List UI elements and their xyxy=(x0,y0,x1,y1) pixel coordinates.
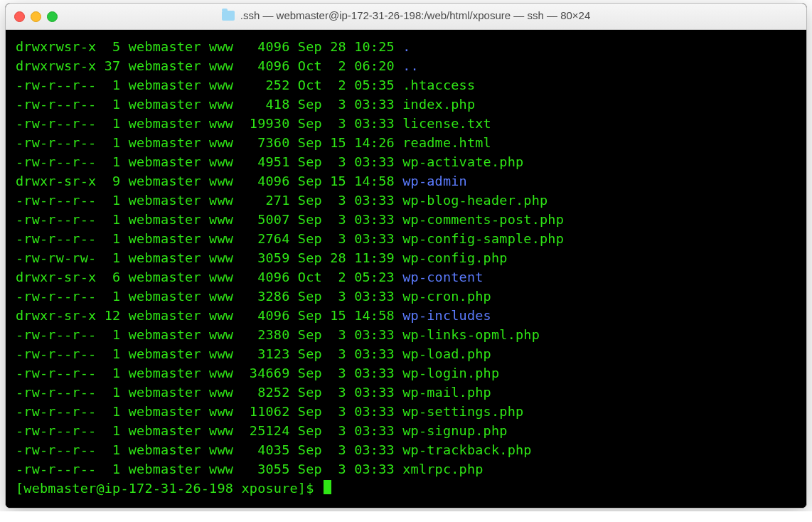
file-meta: -rw-r--r-- 1 webmaster www 5007 Sep 3 03… xyxy=(16,212,402,227)
list-row: drwxrwsr-x 5 webmaster www 4096 Sep 28 1… xyxy=(16,37,796,56)
file-name: wp-config.php xyxy=(402,250,507,265)
titlebar: .ssh — webmaster@ip-172-31-26-198:/web/h… xyxy=(6,4,806,30)
list-row: -rw-rw-rw- 1 webmaster www 3059 Sep 28 1… xyxy=(16,248,796,267)
list-row: drwxr-sr-x 6 webmaster www 4096 Oct 2 05… xyxy=(16,267,796,287)
file-meta: -rw-r--r-- 1 webmaster www 3123 Sep 3 03… xyxy=(16,346,402,361)
file-meta: -rw-r--r-- 1 webmaster www 11062 Sep 3 0… xyxy=(16,404,402,419)
file-name: wp-trackback.php xyxy=(402,442,531,457)
terminal-window: .ssh — webmaster@ip-172-31-26-198:/web/h… xyxy=(5,3,807,508)
file-meta: -rw-r--r-- 1 webmaster www 4035 Sep 3 03… xyxy=(16,442,402,457)
list-row: -rw-r--r-- 1 webmaster www 8252 Sep 3 03… xyxy=(16,383,796,402)
list-row: -rw-r--r-- 1 webmaster www 3123 Sep 3 03… xyxy=(16,344,796,363)
list-row: drwxr-sr-x 12 webmaster www 4096 Sep 15 … xyxy=(16,306,796,325)
list-row: -rw-r--r-- 1 webmaster www 7360 Sep 15 1… xyxy=(16,133,796,152)
list-row: -rw-r--r-- 1 webmaster www 4035 Sep 3 03… xyxy=(16,440,796,459)
file-meta: -rw-r--r-- 1 webmaster www 7360 Sep 15 1… xyxy=(16,135,402,150)
maximize-icon[interactable] xyxy=(47,11,58,22)
file-name: license.txt xyxy=(402,116,491,131)
list-row: -rw-r--r-- 1 webmaster www 2764 Sep 3 03… xyxy=(16,229,796,248)
file-meta: -rw-rw-rw- 1 webmaster www 3059 Sep 28 1… xyxy=(16,250,402,265)
window-title: .ssh — webmaster@ip-172-31-26-198:/web/h… xyxy=(240,9,591,21)
file-meta: -rw-r--r-- 1 webmaster www 34669 Sep 3 0… xyxy=(16,366,402,380)
file-name: readme.html xyxy=(402,135,491,150)
file-name: wp-links-opml.php xyxy=(402,327,540,342)
cursor-icon xyxy=(324,480,331,494)
file-meta: -rw-r--r-- 1 webmaster www 3055 Sep 3 03… xyxy=(16,462,402,476)
file-meta: drwxr-sr-x 6 webmaster www 4096 Oct 2 05… xyxy=(16,270,402,284)
file-meta: drwxr-sr-x 9 webmaster www 4096 Sep 15 1… xyxy=(16,174,402,188)
file-name: wp-config-sample.php xyxy=(402,231,564,246)
file-name: wp-comments-post.php xyxy=(402,212,564,227)
file-name: wp-admin xyxy=(402,174,467,188)
file-meta: -rw-r--r-- 1 webmaster www 271 Sep 3 03:… xyxy=(16,193,402,208)
file-meta: -rw-r--r-- 1 webmaster www 252 Oct 2 05:… xyxy=(16,78,402,92)
file-name: wp-content xyxy=(402,270,483,284)
file-meta: drwxr-sr-x 12 webmaster www 4096 Sep 15 … xyxy=(16,308,402,323)
file-name: xmlrpc.php xyxy=(402,462,483,476)
file-meta: -rw-r--r-- 1 webmaster www 3286 Sep 3 03… xyxy=(16,289,402,304)
close-icon[interactable] xyxy=(14,11,25,22)
file-name: wp-blog-header.php xyxy=(402,193,547,208)
file-name: wp-mail.php xyxy=(402,385,491,400)
traffic-lights xyxy=(14,11,58,22)
file-name: .htaccess xyxy=(402,78,475,92)
minimize-icon[interactable] xyxy=(31,11,41,22)
file-name: wp-includes xyxy=(402,308,491,323)
file-name: wp-settings.php xyxy=(402,404,523,419)
list-row: -rw-r--r-- 1 webmaster www 2380 Sep 3 03… xyxy=(16,325,796,344)
terminal-output[interactable]: drwxrwsr-x 5 webmaster www 4096 Sep 28 1… xyxy=(6,30,806,508)
file-meta: -rw-r--r-- 1 webmaster www 25124 Sep 3 0… xyxy=(16,423,402,438)
file-meta: -rw-r--r-- 1 webmaster www 418 Sep 3 03:… xyxy=(16,97,402,112)
list-row: -rw-r--r-- 1 webmaster www 19930 Sep 3 0… xyxy=(16,114,796,133)
list-row: -rw-r--r-- 1 webmaster www 4951 Sep 3 03… xyxy=(16,152,796,171)
file-name: .. xyxy=(402,58,419,73)
list-row: -rw-r--r-- 1 webmaster www 5007 Sep 3 03… xyxy=(16,210,796,229)
file-name: wp-cron.php xyxy=(402,289,491,304)
file-meta: -rw-r--r-- 1 webmaster www 4951 Sep 3 03… xyxy=(16,154,402,169)
prompt-line[interactable]: [webmaster@ip-172-31-26-198 xposure]$ xyxy=(16,479,796,498)
file-meta: -rw-r--r-- 1 webmaster www 8252 Sep 3 03… xyxy=(16,385,402,400)
file-meta: -rw-r--r-- 1 webmaster www 2380 Sep 3 03… xyxy=(16,327,402,342)
list-row: drwxr-sr-x 9 webmaster www 4096 Sep 15 1… xyxy=(16,171,796,191)
list-row: drwxrwsr-x 37 webmaster www 4096 Oct 2 0… xyxy=(16,56,796,75)
list-row: -rw-r--r-- 1 webmaster www 271 Sep 3 03:… xyxy=(16,191,796,210)
file-name: . xyxy=(402,39,410,54)
list-row: -rw-r--r-- 1 webmaster www 3055 Sep 3 03… xyxy=(16,459,796,479)
list-row: -rw-r--r-- 1 webmaster www 252 Oct 2 05:… xyxy=(16,75,796,95)
list-row: -rw-r--r-- 1 webmaster www 3286 Sep 3 03… xyxy=(16,287,796,306)
folder-icon xyxy=(222,11,235,21)
file-name: index.php xyxy=(402,97,475,112)
file-meta: drwxrwsr-x 5 webmaster www 4096 Sep 28 1… xyxy=(16,39,402,54)
file-name: wp-load.php xyxy=(402,346,491,361)
file-name: wp-signup.php xyxy=(402,423,507,438)
list-row: -rw-r--r-- 1 webmaster www 34669 Sep 3 0… xyxy=(16,363,796,383)
list-row: -rw-r--r-- 1 webmaster www 25124 Sep 3 0… xyxy=(16,421,796,440)
list-row: -rw-r--r-- 1 webmaster www 11062 Sep 3 0… xyxy=(16,402,796,421)
file-name: wp-activate.php xyxy=(402,154,523,169)
list-row: -rw-r--r-- 1 webmaster www 418 Sep 3 03:… xyxy=(16,95,796,114)
file-meta: -rw-r--r-- 1 webmaster www 19930 Sep 3 0… xyxy=(16,116,402,131)
file-name: wp-login.php xyxy=(402,366,499,380)
shell-prompt: [webmaster@ip-172-31-26-198 xposure]$ xyxy=(16,481,322,496)
file-meta: drwxrwsr-x 37 webmaster www 4096 Oct 2 0… xyxy=(16,58,402,73)
file-meta: -rw-r--r-- 1 webmaster www 2764 Sep 3 03… xyxy=(16,231,402,246)
